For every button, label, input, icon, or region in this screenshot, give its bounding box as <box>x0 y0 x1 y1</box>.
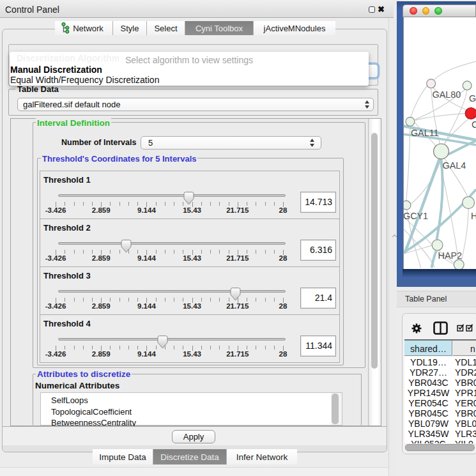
svg-text:C: C <box>472 119 476 130</box>
svg-text:GAL4: GAL4 <box>442 160 466 171</box>
svg-text:GAL: GAL <box>469 93 476 104</box>
svg-text:GCY1: GCY1 <box>403 211 428 221</box>
svg-text:GAL80: GAL80 <box>433 89 461 100</box>
svg-text:GAL11: GAL11 <box>411 128 439 138</box>
svg-text:H: H <box>471 211 476 221</box>
svg-text:HAP2: HAP2 <box>438 250 463 261</box>
